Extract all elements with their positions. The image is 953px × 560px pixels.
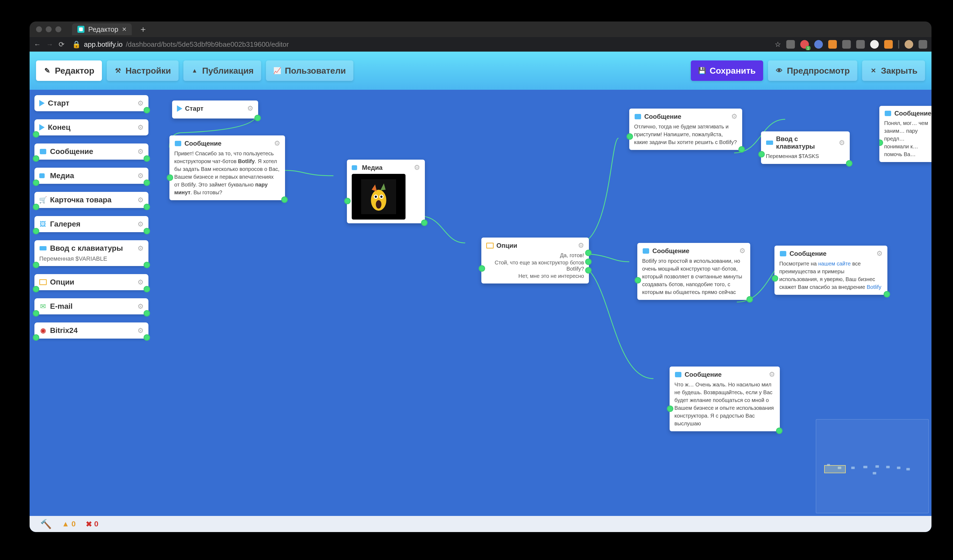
port-out[interactable] xyxy=(776,427,782,434)
port-out[interactable] xyxy=(144,262,150,268)
sidebar-block-input[interactable]: Ввод с клавиатуры⚙Переменная $VARIABLE xyxy=(34,240,149,266)
gear-icon[interactable]: ⚙ xyxy=(137,302,144,311)
gear-icon[interactable]: ⚙ xyxy=(578,241,584,250)
port-in[interactable] xyxy=(33,228,39,234)
gear-icon[interactable]: ⚙ xyxy=(137,147,144,156)
browser-tab[interactable]: Редактор × xyxy=(72,23,132,35)
option-row[interactable]: Стой, что еще за конструктор ботов Botli… xyxy=(486,259,584,272)
node-input-1[interactable]: Ввод с клавиатуры⚙ Переменная $TASKS xyxy=(761,131,850,164)
node-message-3[interactable]: Сообщение⚙ Botlify это простой в использ… xyxy=(637,243,750,300)
gear-icon[interactable]: ⚙ xyxy=(137,196,144,204)
gear-icon[interactable]: ⚙ xyxy=(876,249,883,258)
tab-close-icon[interactable]: × xyxy=(122,25,126,34)
port-in[interactable] xyxy=(33,131,39,138)
port-out[interactable] xyxy=(281,196,288,203)
url-field[interactable]: 🔒 app.botlify.io/dashboard/bots/5de53dbf… xyxy=(72,40,289,49)
users-tab-button[interactable]: Пользователи xyxy=(266,60,353,81)
port-out[interactable] xyxy=(739,146,745,153)
build-icon[interactable]: 🔨 xyxy=(40,518,52,529)
port-in[interactable] xyxy=(879,139,883,146)
gear-icon[interactable]: ⚙ xyxy=(137,244,144,252)
save-button[interactable]: Сохранить xyxy=(691,60,763,81)
port-out[interactable] xyxy=(144,155,150,162)
gear-icon[interactable]: ⚙ xyxy=(137,220,144,228)
ext-icon[interactable] xyxy=(828,40,837,49)
back-icon[interactable]: ← xyxy=(34,40,41,49)
node-message-1[interactable]: Сообщение⚙ Привет! Спасибо за то, что по… xyxy=(169,135,285,200)
port-out[interactable] xyxy=(144,286,150,292)
profile-avatar[interactable] xyxy=(905,40,913,49)
port-in[interactable] xyxy=(635,277,641,283)
port-in[interactable] xyxy=(479,265,485,272)
ext-icon[interactable] xyxy=(786,40,795,49)
ext-icon[interactable] xyxy=(856,40,865,49)
port-out[interactable] xyxy=(144,179,150,186)
port-out[interactable] xyxy=(846,160,852,167)
port-in[interactable] xyxy=(33,286,39,292)
gear-icon[interactable]: ⚙ xyxy=(247,104,253,113)
option-row[interactable]: Нет, мне это не интересно xyxy=(486,272,584,280)
node-message-6[interactable]: Сообщение Понял, мог… чем заним… пару пр… xyxy=(879,106,931,162)
port-in[interactable] xyxy=(33,310,39,317)
port-in[interactable] xyxy=(758,151,765,158)
close-button[interactable]: Закрыть xyxy=(862,60,925,81)
sidebar-block-email[interactable]: E-mail⚙ xyxy=(34,298,149,314)
minimap[interactable] xyxy=(816,419,929,513)
sidebar-block-bitrix24[interactable]: Bitrix24⚙ xyxy=(34,322,149,339)
port-in[interactable] xyxy=(772,275,778,282)
window-controls[interactable] xyxy=(34,26,64,32)
node-message-5[interactable]: Сообщение⚙ Что ж… Очень жаль. Но насильн… xyxy=(670,367,780,431)
min-dot[interactable] xyxy=(46,26,52,32)
port-out[interactable] xyxy=(255,115,261,121)
ext-icon[interactable] xyxy=(898,40,899,49)
port-out[interactable] xyxy=(747,296,753,303)
port-out[interactable] xyxy=(421,220,428,226)
gear-icon[interactable]: ⚙ xyxy=(739,247,745,255)
port-out[interactable] xyxy=(585,258,591,265)
sidebar-block-gallery[interactable]: Галерея⚙ xyxy=(34,216,149,232)
flow-canvas[interactable]: Старт⚙ Сообщение⚙ Привет! Спасибо за то,… xyxy=(153,90,931,516)
node-message-4[interactable]: Сообщение⚙ Посмотрите на нашем сайте все… xyxy=(775,246,888,295)
gear-icon[interactable]: ⚙ xyxy=(137,278,144,286)
port-in[interactable] xyxy=(344,198,351,204)
gear-icon[interactable]: ⚙ xyxy=(137,172,144,180)
forward-icon[interactable]: → xyxy=(46,40,53,49)
minimap-viewport[interactable] xyxy=(824,465,846,473)
gear-icon[interactable]: ⚙ xyxy=(137,123,144,131)
port-in[interactable] xyxy=(667,405,673,412)
gear-icon[interactable]: ⚙ xyxy=(839,139,845,147)
node-start[interactable]: Старт⚙ xyxy=(172,101,258,119)
new-tab-button[interactable]: + xyxy=(140,24,146,35)
port-in[interactable] xyxy=(33,204,39,210)
ext-icon[interactable] xyxy=(884,40,893,49)
port-out[interactable] xyxy=(144,334,150,341)
port-in[interactable] xyxy=(627,133,633,140)
node-message-2[interactable]: Сообщение⚙ Отлично, тогда не будем затяг… xyxy=(629,108,742,150)
max-dot[interactable] xyxy=(55,26,61,32)
star-icon[interactable]: ☆ xyxy=(775,40,781,49)
port-in[interactable] xyxy=(33,262,39,268)
gear-icon[interactable]: ⚙ xyxy=(137,99,144,107)
port-in[interactable] xyxy=(33,155,39,162)
sidebar-block-end[interactable]: Конец⚙ xyxy=(34,119,149,135)
gear-icon[interactable]: ⚙ xyxy=(414,163,420,172)
gear-icon[interactable]: ⚙ xyxy=(731,112,737,121)
warnings-indicator[interactable]: ▲0 xyxy=(62,520,76,528)
sidebar-block-message[interactable]: Сообщение⚙ xyxy=(34,144,149,159)
node-options[interactable]: Опции⚙ Да, готов! Стой, что еще за конст… xyxy=(481,238,589,283)
editor-tab-button[interactable]: Редактор xyxy=(36,60,102,81)
gear-icon[interactable]: ⚙ xyxy=(137,326,144,335)
settings-tab-button[interactable]: Настройки xyxy=(107,60,178,81)
menu-icon[interactable] xyxy=(919,40,927,49)
ext-icon[interactable] xyxy=(814,40,823,49)
port-out[interactable] xyxy=(884,291,890,297)
sidebar-block-options[interactable]: Опции⚙ xyxy=(34,274,149,290)
sidebar-block-media[interactable]: Медиа⚙ xyxy=(34,168,149,184)
sidebar-block-start[interactable]: Старт⚙ xyxy=(34,95,149,111)
gear-icon[interactable]: ⚙ xyxy=(274,139,280,147)
port-out[interactable] xyxy=(144,107,150,113)
sidebar-block-product[interactable]: Карточка товара⚙ xyxy=(34,192,149,208)
errors-indicator[interactable]: ✖0 xyxy=(86,520,98,529)
reload-icon[interactable]: ⟳ xyxy=(59,40,65,49)
port-in[interactable] xyxy=(33,179,39,186)
